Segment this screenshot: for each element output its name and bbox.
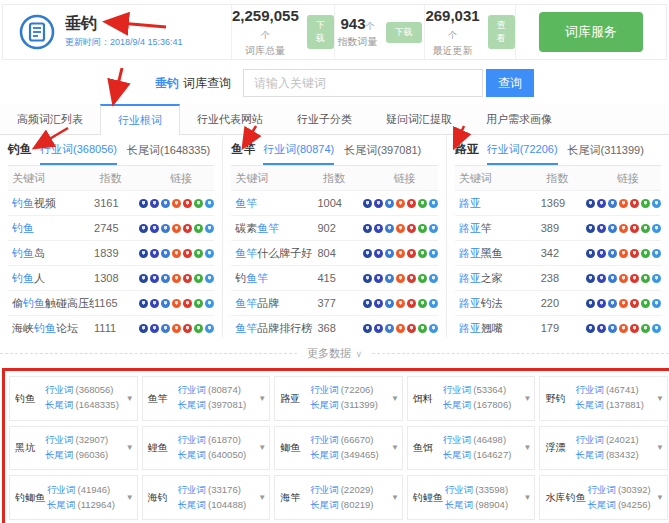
link-platform-icon-2[interactable] [150, 199, 159, 208]
link-platform-icon-6[interactable] [418, 249, 427, 258]
card-industry-link[interactable]: 行业词(80874) [178, 384, 258, 397]
link-platform-icon-2[interactable] [374, 249, 383, 258]
link-platform-icon-4[interactable] [619, 299, 628, 308]
keyword-link[interactable]: 鱼竿什么牌子好 [231, 246, 317, 261]
dropdown-caret-icon[interactable]: ▼ [258, 443, 266, 452]
link-platform-icon-1[interactable] [139, 224, 148, 233]
link-platform-icon-2[interactable] [374, 299, 383, 308]
link-platform-icon-1[interactable] [363, 274, 372, 283]
link-platform-icon-4[interactable] [396, 324, 405, 333]
link-platform-icon-5[interactable] [630, 299, 639, 308]
longtail-words-tab[interactable]: 长尾词(311399) [568, 143, 644, 165]
link-platform-icon-1[interactable] [586, 199, 595, 208]
card-industry-link[interactable]: 行业词(33598) [445, 484, 523, 497]
keyword-link[interactable]: 路亚竿 [455, 221, 541, 236]
card-industry-link[interactable]: 行业词(61870) [178, 434, 258, 447]
link-platform-icon-4[interactable] [619, 224, 628, 233]
search-button[interactable]: 查询 [486, 69, 534, 97]
link-platform-icon-6[interactable] [194, 299, 203, 308]
link-platform-icon-5[interactable] [407, 324, 416, 333]
keyword-link[interactable]: 路亚黑鱼 [455, 246, 541, 261]
link-platform-icon-5[interactable] [630, 249, 639, 258]
link-platform-icon-7[interactable] [205, 324, 214, 333]
card-industry-link[interactable]: 行业词(30392) [587, 484, 655, 497]
keyword-link[interactable]: 钓鱼人 [8, 271, 94, 286]
link-platform-icon-6[interactable] [418, 299, 427, 308]
link-platform-icon-7[interactable] [652, 199, 661, 208]
industry-words-tab[interactable]: 行业词(368056) [40, 142, 117, 165]
link-platform-icon-2[interactable] [150, 324, 159, 333]
root-word-card-钓鲤鱼[interactable]: 钓鲤鱼行业词(33598)长尾词(98904)▼ [407, 475, 536, 520]
link-platform-icon-3[interactable] [161, 199, 170, 208]
link-platform-icon-6[interactable] [641, 224, 650, 233]
dropdown-caret-icon[interactable]: ▼ [126, 493, 134, 502]
link-platform-icon-4[interactable] [172, 324, 181, 333]
link-platform-icon-1[interactable] [139, 299, 148, 308]
root-word-card-鲫鱼[interactable]: 鲫鱼行业词(66670)长尾词(349465)▼ [274, 426, 403, 471]
link-platform-icon-6[interactable] [194, 199, 203, 208]
link-platform-icon-6[interactable] [641, 299, 650, 308]
link-platform-icon-2[interactable] [150, 249, 159, 258]
card-longtail-link[interactable]: 长尾词(167806) [443, 399, 523, 412]
link-platform-icon-4[interactable] [619, 274, 628, 283]
dropdown-caret-icon[interactable]: ▼ [523, 493, 531, 502]
link-platform-icon-3[interactable] [385, 274, 394, 283]
dropdown-caret-icon[interactable]: ▼ [656, 493, 664, 502]
link-platform-icon-2[interactable] [150, 299, 159, 308]
link-platform-icon-5[interactable] [630, 224, 639, 233]
dropdown-caret-icon[interactable]: ▼ [126, 443, 134, 452]
dropdown-caret-icon[interactable]: ▼ [523, 443, 531, 452]
card-longtail-link[interactable]: 长尾词(349465) [310, 449, 390, 462]
link-platform-icon-2[interactable] [374, 224, 383, 233]
link-platform-icon-6[interactable] [194, 224, 203, 233]
link-platform-icon-4[interactable] [396, 199, 405, 208]
card-industry-link[interactable]: 行业词(66670) [310, 434, 390, 447]
link-platform-icon-1[interactable] [139, 324, 148, 333]
keyword-link[interactable]: 鱼竿品牌排行榜 [231, 321, 317, 336]
link-platform-icon-2[interactable] [597, 299, 606, 308]
link-platform-icon-7[interactable] [429, 249, 438, 258]
root-word-card-钓鲫鱼[interactable]: 钓鲫鱼行业词(41946)长尾词(112964)▼ [9, 475, 138, 520]
link-platform-icon-6[interactable] [641, 324, 650, 333]
keyword-link[interactable]: 路亚翘嘴 [455, 321, 541, 336]
link-platform-icon-3[interactable] [385, 299, 394, 308]
industry-words-tab[interactable]: 行业词(80874) [263, 142, 334, 165]
card-longtail-link[interactable]: 长尾词(94256) [587, 499, 655, 512]
link-platform-icon-5[interactable] [183, 224, 192, 233]
link-platform-icon-3[interactable] [385, 324, 394, 333]
link-platform-icon-3[interactable] [161, 299, 170, 308]
link-platform-icon-3[interactable] [608, 274, 617, 283]
link-platform-icon-5[interactable] [407, 299, 416, 308]
link-platform-icon-7[interactable] [205, 299, 214, 308]
card-longtail-link[interactable]: 长尾词(112964) [47, 499, 125, 512]
card-industry-link[interactable]: 行业词(46498) [443, 434, 523, 447]
link-platform-icon-5[interactable] [183, 199, 192, 208]
link-platform-icon-6[interactable] [641, 249, 650, 258]
link-platform-icon-7[interactable] [429, 224, 438, 233]
link-platform-icon-6[interactable] [194, 324, 203, 333]
root-word-card-鱼竿[interactable]: 鱼竿行业词(80874)长尾词(397081)▼ [142, 376, 271, 421]
download-index-button[interactable]: 下载 [386, 22, 422, 43]
link-platform-icon-1[interactable] [363, 199, 372, 208]
card-industry-link[interactable]: 行业词(24021) [575, 434, 655, 447]
card-longtail-link[interactable]: 长尾词(397081) [178, 399, 258, 412]
card-industry-link[interactable]: 行业词(53364) [443, 384, 523, 397]
dropdown-caret-icon[interactable]: ▼ [126, 394, 134, 403]
link-platform-icon-3[interactable] [608, 249, 617, 258]
root-word-card-水库钓鱼[interactable]: 水库钓鱼行业词(30392)长尾词(94256)▼ [539, 475, 668, 520]
dropdown-caret-icon[interactable]: ▼ [391, 493, 399, 502]
dropdown-caret-icon[interactable]: ▼ [523, 394, 531, 403]
card-industry-link[interactable]: 行业词(46741) [575, 384, 655, 397]
link-platform-icon-1[interactable] [363, 299, 372, 308]
link-platform-icon-2[interactable] [597, 224, 606, 233]
link-platform-icon-3[interactable] [161, 224, 170, 233]
link-platform-icon-4[interactable] [172, 299, 181, 308]
link-platform-icon-6[interactable] [418, 274, 427, 283]
card-longtail-link[interactable]: 长尾词(640050) [178, 449, 258, 462]
root-word-card-路亚[interactable]: 路亚行业词(72206)长尾词(311399)▼ [274, 376, 403, 421]
root-word-card-浮漂[interactable]: 浮漂行业词(24021)长尾词(83432)▼ [539, 426, 668, 471]
link-platform-icon-6[interactable] [418, 324, 427, 333]
search-input[interactable] [243, 69, 483, 97]
link-platform-icon-3[interactable] [161, 324, 170, 333]
view-recent-button[interactable]: 查看 [488, 15, 515, 49]
